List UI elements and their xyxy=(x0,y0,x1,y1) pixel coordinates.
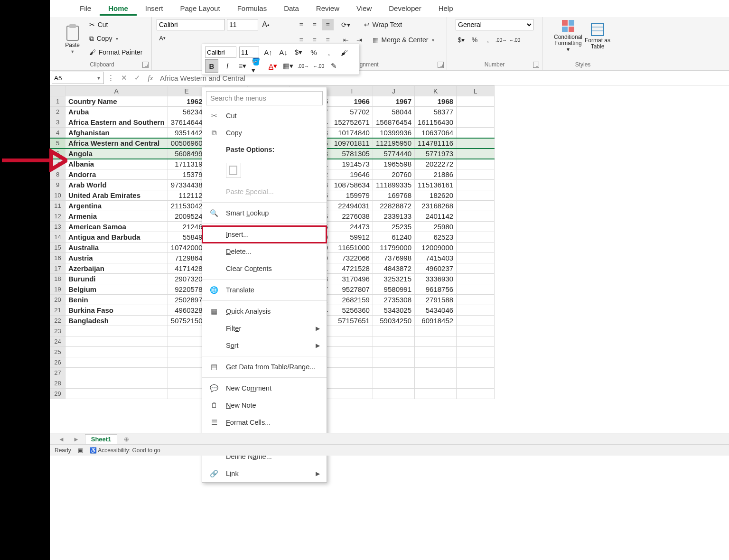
percent-icon[interactable]: % xyxy=(469,34,480,46)
orientation-icon[interactable]: ⟳▾ xyxy=(340,19,352,30)
dialog-launcher-icon[interactable] xyxy=(142,62,149,68)
font-size-combo[interactable] xyxy=(227,19,258,30)
menu-translate[interactable]: 🌐Translate xyxy=(202,281,327,299)
mini-font-combo[interactable] xyxy=(205,47,236,58)
row-header[interactable]: 21 xyxy=(50,305,65,316)
format-as-table-button[interactable]: Format as Table xyxy=(585,22,610,50)
menu-insert[interactable]: Insert... xyxy=(202,226,327,243)
row-header[interactable]: 13 xyxy=(50,222,65,232)
font-color-icon[interactable]: A▾ xyxy=(267,60,279,72)
row-header[interactable]: 17 xyxy=(50,263,65,274)
paste-button[interactable]: Paste ▼ xyxy=(60,23,85,54)
copy-button[interactable]: ⧉ Copy ▾ xyxy=(87,33,145,44)
col-header[interactable]: L xyxy=(457,86,495,96)
increase-font-icon[interactable]: A▴ xyxy=(260,19,271,30)
menu-new-note[interactable]: 🗒New Note xyxy=(202,397,327,414)
row-header[interactable]: 9 xyxy=(50,180,65,190)
accessibility-status[interactable]: ♿ Accessibility: Good to go xyxy=(90,447,160,454)
row-header[interactable]: 15 xyxy=(50,243,65,253)
dialog-launcher-icon[interactable] xyxy=(438,62,444,68)
enter-icon[interactable]: ✓ xyxy=(131,74,144,82)
row-header[interactable]: 29 xyxy=(50,389,65,399)
row-header[interactable]: 24 xyxy=(50,336,65,347)
row-header[interactable]: 26 xyxy=(50,357,65,368)
menu-clear-contents[interactable]: Clear Contents xyxy=(202,260,327,277)
tab-home[interactable]: Home xyxy=(100,1,137,16)
number-format-combo[interactable]: General xyxy=(456,19,533,30)
chevron-down-icon[interactable]: ▼ xyxy=(94,75,103,81)
align-icon[interactable]: ≡▾ xyxy=(236,60,249,72)
merge-center-button[interactable]: ▦ Merge & Center ▾ xyxy=(371,34,437,46)
italic-button[interactable]: I xyxy=(221,60,234,72)
row-header[interactable]: 3 xyxy=(50,117,65,128)
row-header[interactable]: 27 xyxy=(50,368,65,378)
row-header[interactable]: 10 xyxy=(50,190,65,201)
grid-options-icon[interactable]: ⋮ xyxy=(104,74,117,82)
cancel-icon[interactable]: ✕ xyxy=(117,74,131,82)
decrease-decimal-icon[interactable]: ←.00 xyxy=(509,34,520,46)
spreadsheet-area[interactable]: AEFGHIJKL1Country Name196219631964196519… xyxy=(50,85,729,399)
select-all-corner[interactable] xyxy=(50,86,65,96)
row-header[interactable]: 12 xyxy=(50,211,65,222)
sheet-nav-next[interactable]: ► xyxy=(70,436,82,443)
tab-help[interactable]: Help xyxy=(430,1,462,16)
name-box-input[interactable] xyxy=(52,73,94,83)
wrap-text-button[interactable]: ↩ Wrap Text xyxy=(362,19,404,30)
comma-icon[interactable]: , xyxy=(482,34,494,46)
row-header[interactable]: 22 xyxy=(50,316,65,326)
row-header[interactable]: 2 xyxy=(50,107,65,117)
menu-delete[interactable]: Delete... xyxy=(202,243,327,260)
menu-cut[interactable]: ✂Cut xyxy=(202,107,327,124)
menu-filter[interactable]: Filter▶ xyxy=(202,320,327,337)
row-header[interactable]: 16 xyxy=(50,253,65,263)
col-header[interactable]: E xyxy=(168,86,206,96)
row-header[interactable]: 4 xyxy=(50,128,65,138)
align-bottom-icon[interactable]: ≡ xyxy=(322,19,334,30)
menu-copy[interactable]: ⧉Copy xyxy=(202,124,327,141)
tab-data[interactable]: Data xyxy=(275,1,308,16)
align-top-icon[interactable]: ≡ xyxy=(296,19,307,30)
fx-icon[interactable]: fx xyxy=(144,74,157,82)
row-header[interactable]: 19 xyxy=(50,284,65,295)
row-header[interactable]: 23 xyxy=(50,326,65,336)
row-header[interactable]: 20 xyxy=(50,295,65,305)
tab-pagelayout[interactable]: Page Layout xyxy=(171,1,228,16)
accounting-format-icon[interactable]: $▾ xyxy=(456,34,467,46)
col-header[interactable]: J xyxy=(373,86,414,96)
row-header[interactable]: 28 xyxy=(50,378,65,389)
menu-link[interactable]: 🔗Link▶ xyxy=(202,465,327,482)
add-sheet-button[interactable]: ⊕ xyxy=(120,436,133,443)
dialog-launcher-icon[interactable] xyxy=(533,62,539,68)
cut-button[interactable]: ✂ Cut xyxy=(87,19,145,30)
tab-formulas[interactable]: Formulas xyxy=(229,1,276,16)
font-name-combo[interactable] xyxy=(157,19,225,30)
increase-font-icon[interactable]: A↑ xyxy=(262,46,274,58)
row-header[interactable]: 11 xyxy=(50,201,65,211)
decrease-decimal-icon[interactable]: ←.00 xyxy=(312,60,325,72)
format-painter-icon[interactable]: ✎ xyxy=(327,60,340,72)
row-header[interactable]: 1 xyxy=(50,96,65,107)
tab-view[interactable]: View xyxy=(348,1,380,16)
tab-review[interactable]: Review xyxy=(308,1,348,16)
sheet-nav-prev[interactable]: ◄ xyxy=(56,436,67,443)
menu-new-comment[interactable]: 💬New Comment xyxy=(202,380,327,397)
row-header[interactable]: 5 xyxy=(50,138,65,149)
comma-icon[interactable]: , xyxy=(323,46,335,58)
conditional-formatting-button[interactable]: Conditional Formatting ▾ xyxy=(555,19,581,53)
formula-text[interactable]: Africa Western and Central xyxy=(157,74,245,82)
borders-icon[interactable]: ▦▾ xyxy=(282,60,294,72)
sheet-tab[interactable]: Sheet1 xyxy=(85,434,118,444)
row-header[interactable]: 18 xyxy=(50,274,65,284)
col-header[interactable]: K xyxy=(415,86,457,96)
increase-decimal-icon[interactable]: .00→ xyxy=(495,34,507,46)
fill-color-icon[interactable]: 🪣▾ xyxy=(252,60,264,72)
percent-icon[interactable]: % xyxy=(308,46,320,58)
increase-decimal-icon[interactable]: .00→ xyxy=(297,60,309,72)
menu-quick-analysis[interactable]: ▦Quick Analysis xyxy=(202,303,327,320)
row-header[interactable]: 25 xyxy=(50,347,65,357)
col-header[interactable]: A xyxy=(65,86,168,96)
mini-size-combo[interactable] xyxy=(239,47,259,58)
menu-get-data[interactable]: ▤Get Data from Table/Range... xyxy=(202,358,327,375)
menu-search-input[interactable]: Search the menus xyxy=(206,91,323,105)
decrease-font-icon[interactable]: A▾ xyxy=(157,32,168,44)
